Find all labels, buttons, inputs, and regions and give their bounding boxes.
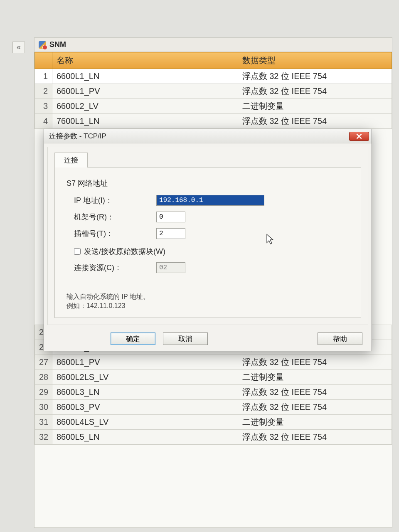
connection-resource-input [156, 262, 185, 273]
group-s7-network-address: S7 网络地址 [66, 178, 349, 188]
table-row[interactable]: 26600L1_PV浮点数 32 位 IEEE 754 [35, 84, 392, 99]
cell-type[interactable]: 二进制变量 [238, 99, 392, 114]
ok-button[interactable]: 确定 [111, 332, 155, 345]
cell-name[interactable]: 6600L1_LN [52, 69, 238, 84]
col-name-header[interactable]: 名称 [52, 52, 238, 69]
rack-number-label: 机架号(R)： [74, 212, 153, 222]
cell-name[interactable]: 7600L1_LN [52, 114, 238, 129]
row-number: 4 [35, 114, 52, 129]
connection-params-dialog: 连接参数 - TCP/IP 连接 S7 网络地址 IP 地址(I)： 机架号(R… [44, 129, 372, 351]
table-row[interactable]: 318600L4LS_LV二进制变量 [35, 415, 392, 430]
cell-name[interactable]: 8600L2LS_LV [52, 370, 238, 385]
col-num-header[interactable] [35, 52, 52, 69]
dialog-title: 连接参数 - TCP/IP [49, 131, 349, 141]
rack-number-input[interactable] [156, 212, 185, 222]
table-row[interactable]: 308600L3_PV浮点数 32 位 IEEE 754 [35, 400, 392, 415]
cell-type[interactable]: 浮点数 32 位 IEEE 754 [238, 430, 392, 445]
table-row[interactable]: 298600L3_LN浮点数 32 位 IEEE 754 [35, 385, 392, 400]
help-button[interactable]: 帮助 [318, 332, 362, 345]
table-row[interactable]: 278600L1_PV浮点数 32 位 IEEE 754 [35, 355, 392, 370]
cell-type[interactable]: 浮点数 32 位 IEEE 754 [238, 400, 392, 415]
col-type-header[interactable]: 数据类型 [238, 52, 392, 69]
cell-name[interactable]: 8600L3_PV [52, 400, 238, 415]
cell-name[interactable]: 8600L4LS_LV [52, 415, 238, 430]
cell-name[interactable]: 6600L2_LV [52, 99, 238, 114]
ip-address-label: IP 地址(I)： [74, 195, 153, 205]
row-number: 1 [35, 69, 52, 84]
dialog-titlebar[interactable]: 连接参数 - TCP/IP [44, 129, 372, 143]
collapse-sidebar-button[interactable]: « [12, 42, 25, 53]
row-number: 32 [35, 430, 52, 445]
panel-icon [39, 41, 46, 49]
cell-type[interactable]: 二进制变量 [238, 415, 392, 430]
table-row[interactable]: 328600L5_LN浮点数 32 位 IEEE 754 [35, 430, 392, 445]
table-row[interactable]: 36600L2_LV二进制变量 [35, 99, 392, 114]
cell-name[interactable]: 8600L3_LN [52, 385, 238, 400]
slot-number-label: 插槽号(T)： [74, 229, 153, 239]
cell-type[interactable]: 二进制变量 [238, 370, 392, 385]
cell-type[interactable]: 浮点数 32 位 IEEE 754 [238, 114, 392, 129]
table-row[interactable]: 288600L2LS_LV二进制变量 [35, 370, 392, 385]
row-number: 29 [35, 385, 52, 400]
row-number: 28 [35, 370, 52, 385]
raw-data-block-checkbox[interactable] [74, 248, 81, 255]
row-number: 31 [35, 415, 52, 430]
close-button[interactable] [349, 132, 369, 141]
table-row[interactable]: 16600L1_LN浮点数 32 位 IEEE 754 [35, 69, 392, 84]
ip-address-input[interactable] [156, 195, 264, 206]
row-number: 3 [35, 99, 52, 114]
cell-name[interactable]: 8600L5_LN [52, 430, 238, 445]
cell-type[interactable]: 浮点数 32 位 IEEE 754 [238, 355, 392, 370]
panel-header: SNM [34, 38, 392, 52]
table-row[interactable]: 47600L1_LN浮点数 32 位 IEEE 754 [35, 114, 392, 129]
close-icon [356, 133, 362, 139]
row-number: 30 [35, 400, 52, 415]
cell-type[interactable]: 浮点数 32 位 IEEE 754 [238, 385, 392, 400]
row-number: 27 [35, 355, 52, 370]
tab-connection[interactable]: 连接 [54, 153, 88, 167]
connection-resource-label: 连接资源(C)： [74, 263, 153, 273]
cell-name[interactable]: 8600L1_PV [52, 355, 238, 370]
tag-table[interactable]: 名称 数据类型 16600L1_LN浮点数 32 位 IEEE 75426600… [34, 52, 392, 129]
raw-data-block-label: 发送/接收原始数据块(W) [84, 246, 165, 256]
cell-name[interactable]: 6600L1_PV [52, 84, 238, 99]
panel-title-text: SNM [49, 40, 66, 49]
cancel-button[interactable]: 取消 [163, 332, 208, 345]
cell-type[interactable]: 浮点数 32 位 IEEE 754 [238, 84, 392, 99]
cell-type[interactable]: 浮点数 32 位 IEEE 754 [238, 69, 392, 84]
hint-text: 输入自动化系统的 IP 地址。 例如：142.11.0.123 [66, 292, 349, 310]
row-number: 2 [35, 84, 52, 99]
slot-number-input[interactable] [156, 228, 185, 239]
